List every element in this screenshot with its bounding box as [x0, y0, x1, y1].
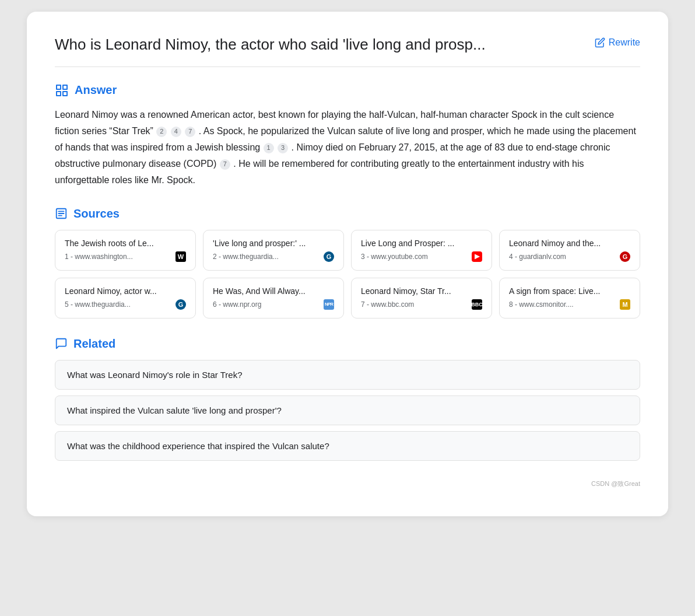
source-favicon-5: G: [175, 299, 186, 310]
svg-rect-0: [57, 85, 61, 89]
source-meta-8: 8 - www.csmonitor.... M: [509, 299, 630, 310]
source-title-1: The Jewish roots of Le...: [65, 239, 186, 248]
source-favicon-7: BBC: [472, 299, 482, 310]
related-section: Related What was Leonard Nimoy's role in…: [55, 337, 640, 461]
related-icon: [55, 337, 68, 350]
source-title-6: He Was, And Will Alway...: [213, 286, 334, 296]
source-card-2[interactable]: 'Live long and prosper:' ... 2 - www.the…: [203, 230, 344, 271]
main-card: Who is Leonard Nimoy, the actor who said…: [27, 12, 668, 516]
document-icon: [55, 207, 68, 220]
answer-text: Leonard Nimoy was a renowned American ac…: [55, 107, 640, 188]
chat-icon: [55, 337, 68, 350]
citation-7a: 7: [185, 127, 195, 137]
source-title-8: A sign from space: Live...: [509, 286, 630, 296]
source-meta-2: 2 - www.theguardia... G: [213, 251, 334, 262]
citation-2: 2: [156, 127, 167, 137]
source-domain-3: 3 - www.youtube.com: [361, 253, 469, 261]
related-list: What was Leonard Nimoy's role in Star Tr…: [55, 360, 640, 461]
related-header: Related: [55, 337, 640, 351]
source-title-3: Live Long and Prosper: ...: [361, 239, 482, 248]
source-title-4: Leonard Nimoy and the...: [509, 239, 630, 248]
source-meta-5: 5 - www.theguardia... G: [65, 299, 186, 310]
related-item-2[interactable]: What inspired the Vulcan salute 'live lo…: [55, 396, 640, 425]
svg-rect-3: [63, 92, 67, 96]
citation-7b: 7: [220, 159, 230, 170]
source-card-1[interactable]: The Jewish roots of Le... 1 - www.washin…: [55, 230, 196, 271]
svg-rect-2: [57, 92, 61, 96]
citation-3: 3: [278, 143, 288, 153]
source-meta-3: 3 - www.youtube.com ▶: [361, 251, 482, 262]
source-domain-1: 1 - www.washington...: [65, 253, 173, 261]
rewrite-label: Rewrite: [609, 37, 640, 48]
source-meta-7: 7 - www.bbc.com BBC: [361, 299, 482, 310]
related-item-1[interactable]: What was Leonard Nimoy's role in Star Tr…: [55, 360, 640, 390]
source-domain-7: 7 - www.bbc.com: [361, 300, 469, 309]
answer-header: Answer: [55, 83, 640, 97]
sources-title: Sources: [73, 207, 120, 220]
related-title: Related: [73, 337, 115, 351]
source-favicon-6: NPR: [324, 299, 334, 310]
answer-title: Answer: [75, 83, 117, 97]
page-title: Who is Leonard Nimoy, the actor who said…: [55, 35, 595, 55]
source-domain-2: 2 - www.theguardia...: [213, 253, 321, 261]
answer-section: Answer Leonard Nimoy was a renowned Amer…: [55, 83, 640, 188]
sources-icon: [55, 207, 68, 220]
answer-icon: [55, 83, 69, 97]
header-row: Who is Leonard Nimoy, the actor who said…: [55, 35, 640, 67]
source-domain-5: 5 - www.theguardia...: [65, 300, 173, 309]
source-domain-6: 6 - www.npr.org: [213, 300, 321, 309]
sources-grid: The Jewish roots of Le... 1 - www.washin…: [55, 230, 640, 318]
citation-4: 4: [171, 127, 181, 137]
source-title-2: 'Live long and prosper:' ...: [213, 239, 334, 248]
source-card-6[interactable]: He Was, And Will Alway... 6 - www.npr.or…: [203, 278, 344, 318]
source-title-5: Leonard Nimoy, actor w...: [65, 286, 186, 296]
sources-section: Sources The Jewish roots of Le... 1 - ww…: [55, 207, 640, 318]
source-card-3[interactable]: Live Long and Prosper: ... 3 - www.youtu…: [351, 230, 492, 271]
svg-rect-1: [63, 85, 67, 89]
source-favicon-2: G: [324, 251, 334, 262]
citation-1: 1: [264, 143, 274, 153]
rewrite-icon: [595, 37, 605, 48]
source-meta-6: 6 - www.npr.org NPR: [213, 299, 334, 310]
source-favicon-4: G: [620, 251, 630, 262]
rewrite-button[interactable]: Rewrite: [595, 35, 640, 50]
watermark: CSDN @致Great: [55, 480, 640, 488]
source-domain-4: 4 - guardianlv.com: [509, 253, 617, 261]
source-meta-4: 4 - guardianlv.com G: [509, 251, 630, 262]
source-card-5[interactable]: Leonard Nimoy, actor w... 5 - www.thegua…: [55, 278, 196, 318]
source-card-7[interactable]: Leonard Nimoy, Star Tr... 7 - www.bbc.co…: [351, 278, 492, 318]
source-card-4[interactable]: Leonard Nimoy and the... 4 - guardianlv.…: [499, 230, 640, 271]
book-icon: [55, 83, 69, 97]
source-card-8[interactable]: A sign from space: Live... 8 - www.csmon…: [499, 278, 640, 318]
related-item-3[interactable]: What was the childhood experience that i…: [55, 431, 640, 461]
source-title-7: Leonard Nimoy, Star Tr...: [361, 286, 482, 296]
source-meta-1: 1 - www.washington... W: [65, 251, 186, 262]
source-domain-8: 8 - www.csmonitor....: [509, 300, 617, 309]
source-favicon-1: W: [175, 251, 186, 262]
source-favicon-3: ▶: [472, 251, 482, 262]
source-favicon-8: M: [620, 299, 630, 310]
sources-header: Sources: [55, 207, 640, 220]
